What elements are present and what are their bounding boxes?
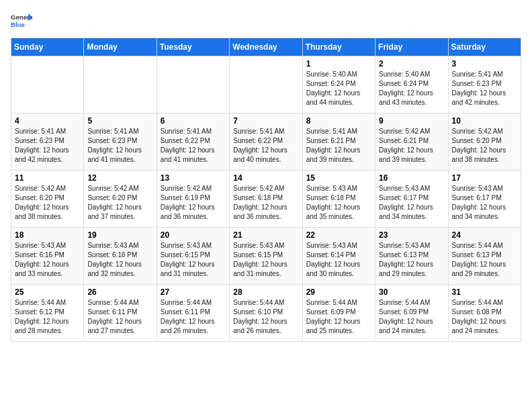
day-info: Sunrise: 5:42 AM Sunset: 6:18 PM Dayligh… (233, 184, 298, 222)
day-number: 25 (15, 287, 80, 297)
calendar-cell: 25Sunrise: 5:44 AM Sunset: 6:12 PM Dayli… (11, 285, 84, 342)
svg-text:Blue: Blue (11, 21, 25, 28)
logo: GeneralBlue (11, 11, 32, 32)
calendar-cell (84, 56, 157, 113)
calendar-table: SundayMondayTuesdayWednesdayThursdayFrid… (11, 38, 521, 342)
header-sunday: Sunday (11, 38, 84, 56)
day-number: 24 (452, 230, 517, 240)
calendar-cell: 1Sunrise: 5:40 AM Sunset: 6:24 PM Daylig… (302, 56, 375, 113)
day-number: 6 (161, 116, 226, 126)
day-number: 17 (452, 173, 517, 183)
day-number: 30 (379, 287, 444, 297)
day-info: Sunrise: 5:42 AM Sunset: 6:21 PM Dayligh… (379, 127, 444, 165)
day-number: 27 (161, 287, 226, 297)
day-number: 2 (379, 59, 444, 68)
day-info: Sunrise: 5:44 AM Sunset: 6:12 PM Dayligh… (15, 298, 80, 336)
calendar-cell: 28Sunrise: 5:44 AM Sunset: 6:10 PM Dayli… (230, 285, 302, 342)
calendar-cell: 3Sunrise: 5:41 AM Sunset: 6:23 PM Daylig… (448, 56, 521, 113)
calendar-cell: 10Sunrise: 5:42 AM Sunset: 6:20 PM Dayli… (448, 113, 521, 171)
calendar-cell: 17Sunrise: 5:43 AM Sunset: 6:17 PM Dayli… (448, 171, 521, 228)
header-saturday: Saturday (448, 38, 521, 56)
calendar-week-1: 1Sunrise: 5:40 AM Sunset: 6:24 PM Daylig… (11, 56, 521, 113)
calendar-cell: 24Sunrise: 5:44 AM Sunset: 6:13 PM Dayli… (448, 228, 521, 285)
day-info: Sunrise: 5:43 AM Sunset: 6:17 PM Dayligh… (379, 184, 444, 222)
day-info: Sunrise: 5:44 AM Sunset: 6:10 PM Dayligh… (233, 298, 298, 336)
calendar-cell: 7Sunrise: 5:41 AM Sunset: 6:22 PM Daylig… (230, 113, 302, 171)
day-info: Sunrise: 5:43 AM Sunset: 6:18 PM Dayligh… (306, 184, 371, 222)
day-info: Sunrise: 5:43 AM Sunset: 6:17 PM Dayligh… (452, 184, 517, 222)
day-info: Sunrise: 5:41 AM Sunset: 6:23 PM Dayligh… (87, 127, 152, 165)
day-number: 7 (233, 116, 298, 126)
day-number: 10 (452, 116, 517, 126)
day-number: 23 (379, 230, 444, 240)
day-info: Sunrise: 5:42 AM Sunset: 6:20 PM Dayligh… (15, 184, 80, 222)
day-number: 11 (15, 173, 80, 183)
calendar-cell (230, 56, 302, 113)
day-info: Sunrise: 5:43 AM Sunset: 6:15 PM Dayligh… (233, 241, 298, 279)
day-number: 26 (87, 287, 152, 297)
calendar-cell (157, 56, 229, 113)
day-info: Sunrise: 5:44 AM Sunset: 6:09 PM Dayligh… (306, 298, 371, 336)
calendar-week-5: 25Sunrise: 5:44 AM Sunset: 6:12 PM Dayli… (11, 285, 521, 342)
calendar-cell: 15Sunrise: 5:43 AM Sunset: 6:18 PM Dayli… (302, 171, 375, 228)
day-info: Sunrise: 5:40 AM Sunset: 6:24 PM Dayligh… (306, 70, 371, 107)
day-info: Sunrise: 5:44 AM Sunset: 6:11 PM Dayligh… (87, 298, 152, 336)
calendar-cell: 12Sunrise: 5:42 AM Sunset: 6:20 PM Dayli… (84, 171, 157, 228)
day-info: Sunrise: 5:40 AM Sunset: 6:24 PM Dayligh… (379, 70, 444, 107)
calendar-cell: 5Sunrise: 5:41 AM Sunset: 6:23 PM Daylig… (84, 113, 157, 171)
calendar-cell: 22Sunrise: 5:43 AM Sunset: 6:14 PM Dayli… (302, 228, 375, 285)
day-number: 14 (233, 173, 298, 183)
day-info: Sunrise: 5:44 AM Sunset: 6:13 PM Dayligh… (452, 241, 517, 279)
day-info: Sunrise: 5:42 AM Sunset: 6:19 PM Dayligh… (161, 184, 226, 222)
day-info: Sunrise: 5:44 AM Sunset: 6:11 PM Dayligh… (161, 298, 226, 336)
day-info: Sunrise: 5:43 AM Sunset: 6:15 PM Dayligh… (161, 241, 226, 279)
calendar-cell: 21Sunrise: 5:43 AM Sunset: 6:15 PM Dayli… (230, 228, 302, 285)
calendar-cell: 16Sunrise: 5:43 AM Sunset: 6:17 PM Dayli… (375, 171, 448, 228)
day-info: Sunrise: 5:41 AM Sunset: 6:21 PM Dayligh… (306, 127, 371, 165)
calendar-cell (11, 56, 84, 113)
day-number: 22 (306, 230, 371, 240)
day-number: 8 (306, 116, 371, 126)
day-info: Sunrise: 5:41 AM Sunset: 6:23 PM Dayligh… (452, 70, 517, 107)
calendar-cell: 2Sunrise: 5:40 AM Sunset: 6:24 PM Daylig… (375, 56, 448, 113)
day-info: Sunrise: 5:43 AM Sunset: 6:14 PM Dayligh… (306, 241, 371, 279)
calendar-week-2: 4Sunrise: 5:41 AM Sunset: 6:23 PM Daylig… (11, 113, 521, 171)
calendar-cell: 18Sunrise: 5:43 AM Sunset: 6:16 PM Dayli… (11, 228, 84, 285)
logo-icon: GeneralBlue (11, 11, 32, 32)
day-info: Sunrise: 5:41 AM Sunset: 6:22 PM Dayligh… (233, 127, 298, 165)
header-wednesday: Wednesday (230, 38, 302, 56)
day-number: 29 (306, 287, 371, 297)
calendar-header-row: SundayMondayTuesdayWednesdayThursdayFrid… (11, 38, 521, 56)
day-number: 15 (306, 173, 371, 183)
calendar-week-3: 11Sunrise: 5:42 AM Sunset: 6:20 PM Dayli… (11, 171, 521, 228)
calendar-cell: 13Sunrise: 5:42 AM Sunset: 6:19 PM Dayli… (157, 171, 229, 228)
calendar-cell: 31Sunrise: 5:44 AM Sunset: 6:08 PM Dayli… (448, 285, 521, 342)
page-header: GeneralBlue (11, 11, 521, 32)
calendar-week-4: 18Sunrise: 5:43 AM Sunset: 6:16 PM Dayli… (11, 228, 521, 285)
day-number: 5 (87, 116, 152, 126)
day-info: Sunrise: 5:41 AM Sunset: 6:23 PM Dayligh… (15, 127, 80, 165)
calendar-cell: 14Sunrise: 5:42 AM Sunset: 6:18 PM Dayli… (230, 171, 302, 228)
day-number: 12 (87, 173, 152, 183)
calendar-cell: 9Sunrise: 5:42 AM Sunset: 6:21 PM Daylig… (375, 113, 448, 171)
day-info: Sunrise: 5:41 AM Sunset: 6:22 PM Dayligh… (161, 127, 226, 165)
day-info: Sunrise: 5:43 AM Sunset: 6:16 PM Dayligh… (87, 241, 152, 279)
day-number: 16 (379, 173, 444, 183)
day-info: Sunrise: 5:44 AM Sunset: 6:09 PM Dayligh… (379, 298, 444, 336)
day-number: 18 (15, 230, 80, 240)
header-thursday: Thursday (302, 38, 375, 56)
calendar-cell: 6Sunrise: 5:41 AM Sunset: 6:22 PM Daylig… (157, 113, 229, 171)
calendar-cell: 27Sunrise: 5:44 AM Sunset: 6:11 PM Dayli… (157, 285, 229, 342)
day-number: 20 (161, 230, 226, 240)
day-number: 31 (452, 287, 517, 297)
day-number: 19 (87, 230, 152, 240)
day-number: 1 (306, 59, 371, 68)
calendar-cell: 26Sunrise: 5:44 AM Sunset: 6:11 PM Dayli… (84, 285, 157, 342)
calendar-cell: 23Sunrise: 5:43 AM Sunset: 6:13 PM Dayli… (375, 228, 448, 285)
header-monday: Monday (84, 38, 157, 56)
day-number: 3 (452, 59, 517, 68)
day-number: 21 (233, 230, 298, 240)
header-tuesday: Tuesday (157, 38, 229, 56)
day-info: Sunrise: 5:44 AM Sunset: 6:08 PM Dayligh… (452, 298, 517, 336)
day-info: Sunrise: 5:43 AM Sunset: 6:16 PM Dayligh… (15, 241, 80, 279)
